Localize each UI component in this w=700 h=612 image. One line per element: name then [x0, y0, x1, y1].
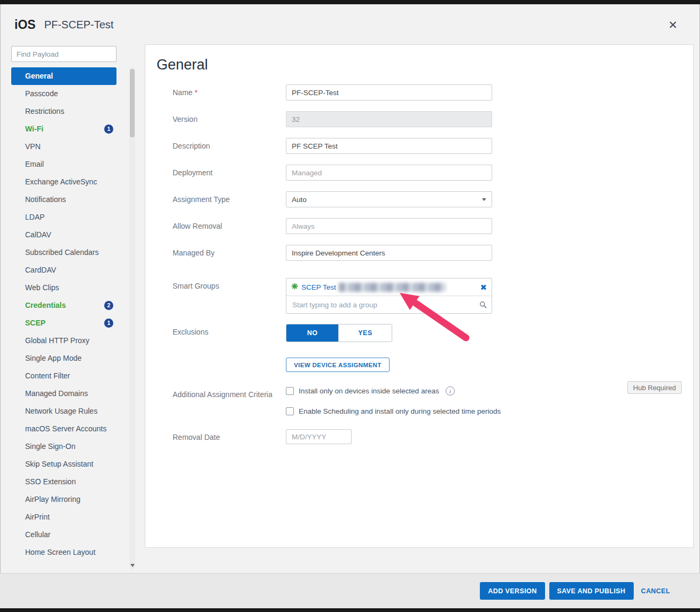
- exclusions-field-row: Exclusions NO YES: [173, 324, 693, 342]
- sidebar-item-notifications[interactable]: Notifications: [11, 191, 116, 208]
- sidebar-item-label: CardDAV: [25, 266, 113, 275]
- required-marker: *: [195, 88, 197, 97]
- name-input[interactable]: [286, 84, 492, 100]
- sidebar-item-label: Home Screen Layout: [25, 548, 113, 557]
- cancel-button[interactable]: CANCEL: [638, 582, 673, 600]
- sidebar-item-passcode[interactable]: Passcode: [11, 85, 116, 103]
- sidebar-item-macos-server-accounts[interactable]: macOS Server Accounts: [11, 420, 116, 438]
- exclusions-yes-option[interactable]: YES: [338, 324, 392, 342]
- sidebar-item-single-sign-on[interactable]: Single Sign-On: [11, 438, 116, 455]
- sidebar-scrollbar[interactable]: [129, 67, 135, 569]
- sidebar-item-cellular[interactable]: Cellular: [11, 526, 116, 544]
- removal-date-input[interactable]: [286, 429, 352, 444]
- description-label: Description: [173, 138, 286, 154]
- smart-group-icon: [291, 282, 298, 292]
- sidebar-item-credentials[interactable]: Credentials2: [11, 297, 116, 314]
- sidebar-item-label: Single App Mode: [25, 354, 113, 363]
- removal-date-label: Removal Date: [173, 429, 286, 444]
- assignment-type-value: Auto: [292, 196, 307, 204]
- name-label: Name*: [173, 84, 286, 100]
- sidebar-item-label: Web Clips: [25, 283, 113, 293]
- sidebar-item-label: Content Filter: [25, 371, 113, 381]
- sidebar-item-general[interactable]: General: [11, 67, 116, 85]
- managed-by-label: Managed By: [173, 245, 286, 261]
- sidebar-item-label: General: [25, 72, 113, 81]
- version-label: Version: [173, 111, 286, 127]
- find-payload-input[interactable]: [11, 46, 116, 62]
- scrollbar-down-arrow-icon[interactable]: [130, 564, 135, 567]
- save-and-publish-button[interactable]: SAVE AND PUBLISH: [549, 582, 634, 600]
- sidebar-item-network-usage-rules[interactable]: Network Usage Rules: [11, 402, 116, 420]
- smart-group-search-input[interactable]: [291, 300, 479, 309]
- action-bar: ADD VERSION SAVE AND PUBLISH CANCEL: [0, 573, 700, 608]
- exclusions-label: Exclusions: [173, 324, 286, 342]
- sidebar-item-label: LDAP: [25, 213, 113, 222]
- deployment-label: Deployment: [173, 165, 286, 181]
- description-input[interactable]: [286, 138, 492, 154]
- sidebar-item-managed-domains[interactable]: Managed Domains: [11, 385, 116, 402]
- sidebar-item-vpn[interactable]: VPN: [11, 138, 116, 156]
- smart-group-chip[interactable]: SCEP Test ✖: [286, 278, 492, 296]
- install-areas-label: Install only on devices inside selected …: [299, 387, 439, 395]
- profile-title: PF-SCEP-Test: [44, 19, 114, 31]
- info-icon[interactable]: i: [446, 386, 455, 396]
- deployment-field-row: Deployment: [173, 165, 693, 181]
- sidebar-item-label: Email: [25, 160, 113, 169]
- sidebar-item-skip-setup-assistant[interactable]: Skip Setup Assistant: [11, 455, 116, 473]
- profile-editor-window: iOS PF-SCEP-Test ✕ GeneralPasscodeRestri…: [0, 0, 700, 612]
- sidebar-item-scep[interactable]: SCEP1: [11, 314, 116, 332]
- sidebar-item-wi-fi[interactable]: Wi-Fi1: [11, 120, 116, 138]
- install-areas-option: Install only on devices inside selected …: [286, 386, 501, 396]
- sidebar-item-web-clips[interactable]: Web Clips: [11, 279, 116, 297]
- sidebar-item-caldav[interactable]: CalDAV: [11, 226, 116, 244]
- assignment-type-select[interactable]: Auto: [286, 191, 492, 207]
- version-input: [286, 111, 492, 127]
- sidebar-item-content-filter[interactable]: Content Filter: [11, 367, 116, 385]
- sidebar-item-label: Network Usage Rules: [25, 407, 113, 416]
- view-device-assignment-button[interactable]: VIEW DEVICE ASSIGNMENT: [286, 358, 390, 372]
- additional-criteria-label: Additional Assignment Criteria: [173, 386, 286, 415]
- smart-groups-field-row: Smart Groups: [173, 278, 693, 314]
- additional-criteria-options: Install only on devices inside selected …: [286, 386, 501, 415]
- sidebar-item-ldap[interactable]: LDAP: [11, 208, 116, 226]
- scheduling-checkbox[interactable]: [286, 407, 294, 415]
- remove-smart-group-icon[interactable]: ✖: [480, 283, 487, 291]
- scheduling-option: Enable Scheduling and install only durin…: [286, 407, 501, 415]
- exclusions-toggle: NO YES: [286, 324, 392, 342]
- sidebar-item-restrictions[interactable]: Restrictions: [11, 103, 116, 120]
- smart-group-search-row: [286, 296, 492, 313]
- managed-by-field-row: Managed By: [173, 245, 693, 261]
- name-field-row: Name*: [173, 84, 693, 100]
- name-label-text: Name: [173, 88, 192, 97]
- sidebar-item-label: Exchange ActiveSync: [25, 177, 113, 187]
- close-icon[interactable]: ✕: [666, 17, 680, 33]
- payload-list: GeneralPasscodeRestrictionsWi-Fi1VPNEmai…: [11, 67, 116, 561]
- sidebar-item-subscribed-calendars[interactable]: Subscribed Calendars: [11, 244, 116, 261]
- sidebar-item-carddav[interactable]: CardDAV: [11, 261, 116, 279]
- search-icon: [479, 301, 487, 308]
- sidebar-item-airprint[interactable]: AirPrint: [11, 508, 116, 526]
- sidebar-item-home-screen-layout[interactable]: Home Screen Layout: [11, 544, 116, 561]
- sidebar-item-email[interactable]: Email: [11, 156, 116, 173]
- assignment-type-field-row: Assignment Type Auto: [173, 191, 693, 207]
- sidebar-item-label: VPN: [25, 142, 113, 152]
- install-areas-checkbox[interactable]: [286, 387, 294, 395]
- allow-removal-input: [286, 218, 492, 234]
- scrollbar-thumb[interactable]: [130, 69, 135, 137]
- sidebar-item-global-http-proxy[interactable]: Global HTTP Proxy: [11, 332, 116, 350]
- general-panel: General Name* Version Description Deploy…: [145, 44, 694, 548]
- managed-by-input[interactable]: [286, 245, 492, 261]
- chevron-down-icon: [482, 198, 486, 201]
- add-version-button[interactable]: ADD VERSION: [480, 582, 545, 600]
- assignment-type-label: Assignment Type: [173, 191, 286, 207]
- sidebar-item-single-app-mode[interactable]: Single App Mode: [11, 350, 116, 367]
- smart-groups-box: SCEP Test ✖: [286, 278, 492, 314]
- sidebar-item-label: Global HTTP Proxy: [25, 336, 113, 346]
- exclusions-no-option[interactable]: NO: [286, 324, 338, 342]
- sidebar-item-sso-extension[interactable]: SSO Extension: [11, 473, 116, 491]
- sidebar-item-airplay-mirroring[interactable]: AirPlay Mirroring: [11, 491, 116, 508]
- sidebar-item-exchange-activesync[interactable]: Exchange ActiveSync: [11, 173, 116, 191]
- sidebar-item-label: Credentials: [25, 301, 104, 311]
- sidebar-item-label: Restrictions: [25, 107, 113, 117]
- description-field-row: Description: [173, 138, 693, 154]
